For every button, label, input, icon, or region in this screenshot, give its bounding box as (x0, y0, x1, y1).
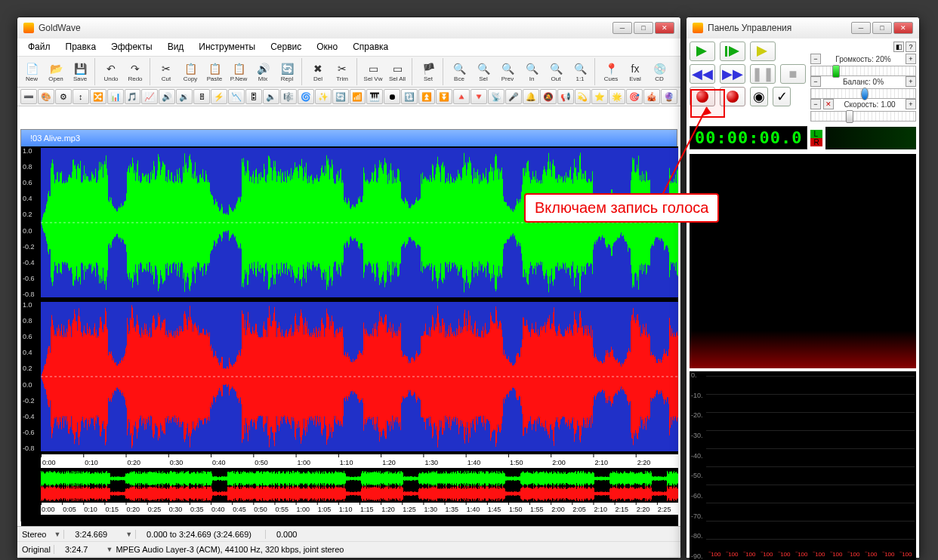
effect-button-10[interactable]: 🎚 (193, 89, 210, 104)
effect-button-28[interactable]: 🎤 (505, 89, 522, 104)
effect-button-12[interactable]: 📉 (228, 89, 245, 104)
effect-button-24[interactable]: ⏬ (436, 89, 452, 104)
menu-Сервис[interactable]: Сервис (263, 38, 309, 56)
main-titlebar[interactable]: GoldWave ─ □ ✕ (17, 17, 680, 38)
copy-button[interactable]: 📋Copy (179, 58, 202, 85)
paste-button[interactable]: 📋Paste (203, 58, 226, 85)
effect-button-35[interactable]: 🎯 (626, 89, 643, 104)
effect-button-32[interactable]: 💫 (575, 89, 591, 104)
pnew-button[interactable]: 📋P.New (227, 58, 250, 85)
minimize-button[interactable]: ─ (612, 22, 632, 34)
rewind-button[interactable]: ◀◀ (690, 64, 715, 84)
record-button[interactable] (690, 87, 715, 106)
play-selection-button[interactable] (720, 42, 745, 61)
volume-up-button[interactable]: + (906, 54, 916, 64)
cd-button[interactable]: 💿CD (648, 58, 671, 85)
dropdown-icon[interactable]: ▼ (54, 531, 60, 538)
play-new-button[interactable] (750, 42, 776, 61)
effect-button-25[interactable]: 🔺 (453, 89, 470, 104)
speed-down-button[interactable]: − (810, 99, 821, 109)
pause-button[interactable]: ❚❚ (750, 64, 776, 84)
help-button[interactable]: ? (906, 42, 916, 52)
document-titlebar[interactable]: !03 Alive.mp3 (21, 130, 677, 146)
selvw-button[interactable]: ▭Sel Vw (362, 58, 384, 85)
cues-button[interactable]: 📍Cues (600, 58, 622, 85)
effect-button-2[interactable]: ⚙ (55, 89, 72, 104)
effect-button-37[interactable]: 🔮 (661, 89, 677, 104)
menu-Эффекты[interactable]: Эффекты (103, 38, 160, 56)
balance-slider[interactable] (810, 88, 916, 99)
effect-button-16[interactable]: 🌀 (298, 89, 314, 104)
panel-titlebar[interactable]: Панель Управления ─ □ ✕ (687, 17, 919, 38)
effect-button-31[interactable]: 📢 (557, 89, 574, 104)
effect-button-36[interactable]: 🎪 (643, 89, 660, 104)
panel-close-button[interactable]: ✕ (893, 22, 913, 34)
device-button[interactable]: ◧ (893, 42, 904, 52)
properties-button[interactable]: ✓ (773, 87, 791, 106)
prev-button[interactable]: 🔍Prev (496, 58, 519, 85)
menu-Справка[interactable]: Справка (345, 38, 396, 56)
volume-down-button[interactable]: − (810, 54, 821, 64)
dropdown-icon[interactable]: ▼ (125, 531, 132, 538)
panel-maximize-button[interactable]: □ (872, 22, 892, 34)
effect-button-8[interactable]: 🔊 (159, 89, 175, 104)
effect-button-23[interactable]: ⏫ (418, 89, 435, 104)
effect-button-27[interactable]: 📡 (488, 89, 504, 104)
effect-button-6[interactable]: 🎵 (125, 89, 141, 104)
trim-button[interactable]: ✂Trim (331, 58, 353, 85)
out-button[interactable]: 🔍Out (545, 58, 567, 85)
forward-button[interactable]: ▶▶ (720, 64, 745, 84)
balance-left-button[interactable]: − (810, 76, 821, 87)
effect-button-21[interactable]: ⏺ (384, 89, 400, 104)
effect-button-11[interactable]: ⚡ (211, 89, 227, 104)
effect-button-9[interactable]: 🔉 (176, 89, 193, 104)
effect-button-22[interactable]: 🔃 (401, 89, 418, 104)
menu-Вид[interactable]: Вид (160, 38, 192, 56)
undo-button[interactable]: ↶Undo (100, 58, 122, 85)
menu-Окно[interactable]: Окно (309, 38, 345, 56)
redo-button[interactable]: ↷Redo (124, 58, 147, 85)
effect-button-29[interactable]: 🔔 (523, 89, 539, 104)
effect-button-3[interactable]: ↕ (73, 89, 89, 104)
effect-button-17[interactable]: ✨ (315, 89, 332, 104)
sel-button[interactable]: 🔍Sel (472, 58, 495, 85)
vse-button[interactable]: 🔍Все (448, 58, 471, 85)
effect-button-1[interactable]: 🎨 (38, 89, 54, 104)
effect-button-19[interactable]: 📶 (350, 89, 366, 104)
speed-reset-button[interactable]: ✕ (823, 99, 834, 109)
menu-Инструменты[interactable]: Инструменты (191, 38, 263, 56)
effect-button-4[interactable]: 🔀 (90, 89, 106, 104)
effect-button-5[interactable]: 📊 (107, 89, 124, 104)
11-button[interactable]: 🔍1:1 (569, 58, 591, 85)
dropdown-icon[interactable]: ▼ (106, 546, 113, 553)
mix-button[interactable]: 🔊Mix (251, 58, 274, 85)
effect-button-20[interactable]: 🎹 (366, 89, 383, 104)
cut-button[interactable]: ✂Cut (155, 58, 177, 85)
effect-button-14[interactable]: 🔈 (263, 89, 279, 104)
panel-minimize-button[interactable]: ─ (851, 22, 871, 34)
set-button[interactable]: 🏴Set (417, 58, 440, 85)
open-button[interactable]: 📂Open (45, 58, 67, 85)
effect-button-13[interactable]: 🎛 (245, 89, 262, 104)
save-button[interactable]: 💾Save (69, 58, 91, 85)
effect-button-33[interactable]: ⭐ (591, 89, 608, 104)
effect-button-18[interactable]: 🔄 (332, 89, 349, 104)
effect-button-26[interactable]: 🔻 (471, 89, 487, 104)
repl-button[interactable]: 🔄Repl (276, 58, 298, 85)
speed-slider[interactable] (810, 111, 916, 122)
in-button[interactable]: 🔍In (520, 58, 543, 85)
stop-button[interactable]: ■ (780, 64, 806, 84)
record-new-button[interactable] (720, 87, 745, 106)
maximize-button[interactable]: □ (634, 22, 653, 34)
selall-button[interactable]: ▭Sel All (386, 58, 409, 85)
effect-button-30[interactable]: 🔕 (540, 89, 557, 104)
play-button[interactable] (690, 42, 715, 61)
del-button[interactable]: ✖Del (307, 58, 329, 85)
volume-slider[interactable] (810, 66, 916, 76)
speed-up-button[interactable]: + (906, 99, 916, 109)
effect-button-0[interactable]: ➖ (20, 89, 37, 104)
effect-button-15[interactable]: 🎼 (280, 89, 297, 104)
effect-button-34[interactable]: 🌟 (609, 89, 625, 104)
menu-Файл[interactable]: Файл (20, 38, 58, 56)
eval-button[interactable]: fxEval (624, 58, 646, 85)
